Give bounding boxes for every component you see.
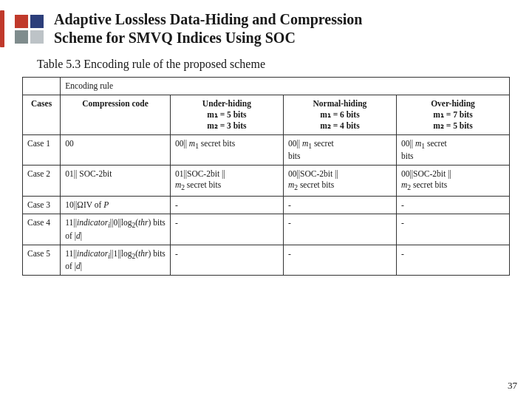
cell-case: Case 5	[23, 245, 61, 276]
cell-case: Case 1	[23, 134, 61, 166]
cell-compression: 11||indicatori||1||log2(thr) bitsof |d|	[61, 245, 171, 276]
col-header-cases: Cases	[23, 95, 61, 134]
table-row: Case 3 10||ΩIV of P - - -	[23, 197, 510, 214]
logo-block-4	[30, 30, 44, 44]
table-row: Case 4 11||indicatori||0||log2(thr) bits…	[23, 214, 510, 245]
table-row: Case 1 00 00|| m1 secret bits 00|| m1 se…	[23, 134, 510, 166]
table-section: Table 5.3 Encoding rule of the proposed …	[0, 58, 532, 283]
cell-over: -	[396, 214, 509, 245]
table-row: Case 5 11||indicatori||1||log2(thr) bits…	[23, 245, 510, 276]
table-row: Case 2 01|| SOC-2bit 01||SOC-2bit ||m2 s…	[23, 166, 510, 197]
encoding-rule-cell: Encoding rule	[61, 78, 510, 95]
cell-normal: -	[283, 214, 396, 245]
header-row-1: Encoding rule	[23, 78, 510, 95]
cell-compression: 11||indicatori||0||log2(thr) bitsof |d|	[61, 214, 171, 245]
header: Adaptive Lossless Data-Hiding and Compre…	[0, 0, 532, 58]
cell-case: Case 3	[23, 197, 61, 214]
cell-case: Case 4	[23, 214, 61, 245]
slide-title: Adaptive Lossless Data-Hiding and Compre…	[54, 10, 362, 47]
cell-under: 01||SOC-2bit ||m2 secret bits	[170, 166, 283, 197]
page: Adaptive Lossless Data-Hiding and Compre…	[0, 0, 532, 399]
accent-bar	[0, 10, 4, 47]
cell-case: Case 2	[23, 166, 61, 197]
cell-under: -	[170, 197, 283, 214]
encoding-table: Encoding rule Cases Compression code Und…	[22, 77, 510, 276]
logo-block-1	[15, 15, 28, 28]
cell-normal: -	[283, 197, 396, 214]
table-body: Case 1 00 00|| m1 secret bits 00|| m1 se…	[23, 134, 510, 276]
cell-over: 00|| m1 secretbits	[396, 134, 509, 166]
col-header-normal: Normal-hiding m₁ = 6 bits m₂ = 4 bits	[283, 95, 396, 134]
page-number: 37	[508, 380, 517, 392]
cell-under: -	[170, 245, 283, 276]
cell-compression: 10||ΩIV of P	[61, 197, 171, 214]
cell-under: 00|| m1 secret bits	[170, 134, 283, 166]
cell-normal: 00||SOC-2bit ||m2 secret bits	[283, 166, 396, 197]
cell-over: -	[396, 245, 509, 276]
cell-compression: 00	[61, 134, 171, 166]
cell-under: -	[170, 214, 283, 245]
cell-normal: 00|| m1 secretbits	[283, 134, 396, 166]
logo-block-2	[30, 15, 44, 28]
empty-cell	[23, 78, 61, 95]
col-header-under: Under-hiding m₁ = 5 bits m₂ = 3 bits	[170, 95, 283, 134]
cell-over: 00||SOC-2bit ||m2 secret bits	[396, 166, 509, 197]
col-header-compression: Compression code	[61, 95, 171, 134]
cell-compression: 01|| SOC-2bit	[61, 166, 171, 197]
cell-normal: -	[283, 245, 396, 276]
header-row-2: Cases Compression code Under-hiding m₁ =…	[23, 95, 510, 134]
table-title: Table 5.3 Encoding rule of the proposed …	[22, 58, 510, 71]
logo-blocks	[15, 10, 44, 47]
col-header-over: Over-hiding m₁ = 7 bits m₂ = 5 bits	[396, 95, 509, 134]
cell-over: -	[396, 197, 509, 214]
logo-block-3	[15, 30, 28, 44]
